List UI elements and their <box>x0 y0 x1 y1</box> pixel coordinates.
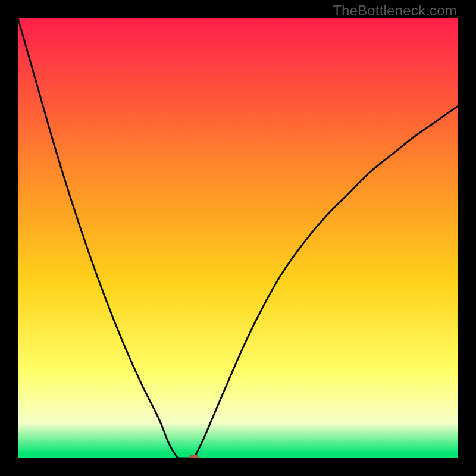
plot-area <box>18 18 458 458</box>
bottleneck-curve <box>18 18 458 458</box>
optimal-point-marker <box>189 455 199 458</box>
watermark-label: TheBottleneck.com <box>333 2 457 19</box>
chart-frame: TheBottleneck.com <box>0 0 476 476</box>
